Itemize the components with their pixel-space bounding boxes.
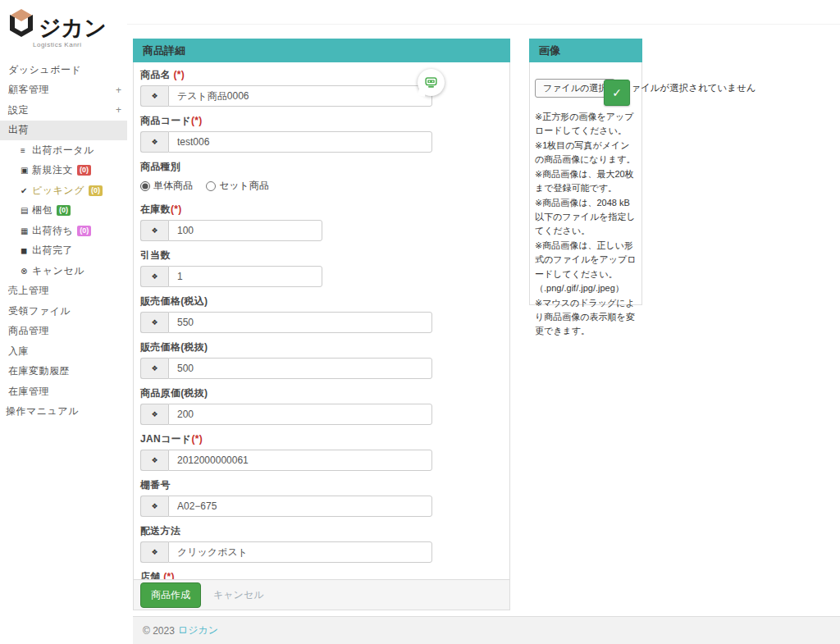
note-item: ※正方形の画像をアップロードしてください。: [535, 110, 637, 138]
required-mark: (*): [174, 69, 185, 80]
note-item: ※1枚目の写真がメインの商品画像になります。: [535, 139, 637, 167]
create-product-button[interactable]: 商品作成: [140, 582, 201, 608]
price-tax-included-input[interactable]: [168, 312, 432, 333]
package-icon: ▤: [21, 206, 32, 215]
note-item: ※商品画像は、最大20枚まで登録可能です。: [535, 167, 637, 195]
field-label: 棚番号: [140, 479, 171, 491]
copyright-text: © 2023: [143, 625, 175, 637]
input-addon-icon: ❖: [140, 220, 168, 241]
sidebar-item-stock-history[interactable]: 在庫変動履歴: [0, 362, 127, 382]
price-tax-excluded-field: 販売価格(税抜) ❖: [140, 340, 503, 379]
sidebar-item-cancel[interactable]: ⊗キャンセル: [0, 261, 127, 281]
product-name-field: 商品名 (*) ❖: [140, 68, 503, 107]
price-tax-excluded-input[interactable]: [168, 358, 432, 379]
extension-check-button[interactable]: ✓: [604, 80, 630, 106]
new-order-icon: ▣: [21, 166, 32, 175]
product-form: 商品名 (*) ❖ 商品コード(*) ❖ 商品種別 単体商品 セット商品: [134, 62, 509, 579]
field-label: 在庫数: [140, 203, 171, 215]
field-label: 商品コード: [140, 115, 191, 126]
sidebar: ジカン Logistics Kanri ダッシュボード 顧客管理+ 設定+ 出荷…: [0, 0, 127, 644]
packing-count-badge: (0): [57, 205, 71, 216]
product-type-field: 商品種別 単体商品 セット商品: [140, 160, 503, 195]
app-logo[interactable]: ジカン Logistics Kanri: [0, 0, 127, 48]
calendar-icon: ▦: [21, 226, 32, 235]
cancel-link[interactable]: キャンセル: [213, 588, 263, 602]
field-label: 配送方法: [140, 525, 180, 537]
footer-brand-link[interactable]: ロジカン: [178, 623, 218, 637]
form-actions: 商品作成 キャンセル: [134, 579, 509, 610]
sidebar-item-manual[interactable]: 操作マニュアル: [0, 402, 127, 422]
cost-price-input[interactable]: [168, 404, 432, 425]
shipping-method-field: 配送方法 ❖: [140, 524, 503, 563]
shelf-number-field: 棚番号 ❖: [140, 478, 503, 517]
note-item: ※商品画像は、2048 kB以下のファイルを指定してください。: [535, 196, 637, 238]
input-addon-icon: ❖: [140, 541, 168, 563]
jan-code-input[interactable]: [168, 450, 432, 471]
product-name-input[interactable]: [168, 85, 432, 107]
truck-icon: ◼: [21, 246, 32, 255]
stock-quantity-input[interactable]: [168, 220, 322, 241]
field-label: 引当数: [140, 249, 171, 261]
allocated-quantity-field: 引当数 ❖: [140, 249, 503, 287]
product-code-field: 商品コード(*) ❖: [140, 114, 503, 153]
image-panel: 画像 ファイルの選択 ファイルが選択されていません ※正方形の画像をアップロード…: [529, 39, 642, 305]
radio-set-product[interactable]: セット商品: [206, 179, 269, 193]
required-mark: (*): [163, 571, 175, 579]
input-addon-icon: ❖: [140, 266, 168, 287]
expand-plus-icon[interactable]: +: [116, 84, 121, 96]
field-label: JANコード: [140, 433, 191, 445]
page: ジカン Logistics Kanri ダッシュボード 顧客管理+ 設定+ 出荷…: [0, 0, 840, 644]
sidebar-item-customer-mgmt[interactable]: 顧客管理+: [0, 80, 127, 101]
sidebar-item-sales-mgmt[interactable]: 売上管理: [0, 281, 127, 302]
input-addon-icon: ❖: [140, 404, 168, 425]
sidebar-item-dashboard[interactable]: ダッシュボード: [0, 60, 127, 80]
sidebar-item-receipt-files[interactable]: 受領ファイル: [0, 301, 127, 322]
field-label: 販売価格(税込): [140, 295, 208, 307]
required-mark: (*): [191, 433, 203, 445]
sidebar-item-awaiting-shipment[interactable]: ▦出荷待ち(0): [0, 221, 127, 241]
list-icon: ≡: [21, 146, 32, 155]
product-detail-panel: 商品詳細 商品名 (*) ❖ 商品コード(*) ❖ 商品種別 単体商品: [133, 39, 510, 610]
image-upload-notes: ※正方形の画像をアップロードしてください。 ※1枚目の写真がメインの商品画像にな…: [535, 110, 637, 338]
sidebar-item-shipping[interactable]: 出荷: [0, 121, 127, 141]
radio-single-input[interactable]: [140, 181, 150, 191]
sidebar-nav: ダッシュボード 顧客管理+ 設定+ 出荷 ≡出荷ポータル ▣新規注文(0) ✔ピ…: [0, 60, 127, 422]
shipping-method-input[interactable]: [168, 541, 432, 563]
sidebar-item-new-orders[interactable]: ▣新規注文(0): [0, 161, 127, 181]
field-label: 店舗: [140, 571, 163, 579]
shelf-number-input[interactable]: [168, 496, 432, 517]
awaiting-count-badge: (0): [77, 226, 91, 236]
required-mark: (*): [191, 115, 203, 126]
extension-robot-bubble-button[interactable]: [418, 69, 445, 96]
input-addon-icon: ❖: [140, 358, 168, 379]
sidebar-item-shipped[interactable]: ◼出荷完了: [0, 241, 127, 262]
sidebar-item-settings[interactable]: 設定+: [0, 100, 127, 121]
radio-set-input[interactable]: [206, 181, 216, 191]
field-label: 商品種別: [140, 161, 180, 172]
brand-subtitle: Logistics Kanri: [33, 41, 122, 48]
product-code-input[interactable]: [168, 131, 432, 153]
stock-quantity-field: 在庫数(*) ❖: [140, 203, 503, 241]
required-mark: (*): [171, 203, 182, 215]
sidebar-item-receiving[interactable]: 入庫: [0, 341, 127, 362]
sidebar-item-product-mgmt[interactable]: 商品管理: [0, 322, 127, 342]
check-icon: ✔: [21, 186, 32, 195]
sidebar-item-packing[interactable]: ▤梱包(0): [0, 201, 127, 222]
brand-name: ジカン: [39, 17, 107, 39]
store-field: 店舗 (*) ❖ ブルーゲートショップ: [140, 570, 503, 579]
expand-plus-icon[interactable]: +: [116, 104, 121, 116]
input-addon-icon: ❖: [140, 131, 168, 153]
radio-single-product[interactable]: 単体商品: [140, 179, 193, 193]
cost-price-field: 商品原価(税抜) ❖: [140, 386, 503, 425]
sidebar-item-shipping-portal[interactable]: ≡出荷ポータル: [0, 140, 127, 161]
cube-logo-icon: [5, 7, 38, 39]
picking-count-badge: (0): [89, 185, 103, 196]
sidebar-item-picking[interactable]: ✔ピッキング(0): [0, 180, 127, 201]
field-label: 商品原価(税抜): [140, 387, 208, 399]
page-footer: © 2023 ロジカン: [133, 616, 840, 644]
product-panel-title: 商品詳細: [133, 39, 510, 62]
allocated-quantity-input[interactable]: [168, 266, 322, 287]
field-label: 販売価格(税抜): [140, 341, 208, 353]
sidebar-item-stock-mgmt[interactable]: 在庫管理: [0, 381, 127, 402]
input-addon-icon: ❖: [140, 496, 168, 517]
